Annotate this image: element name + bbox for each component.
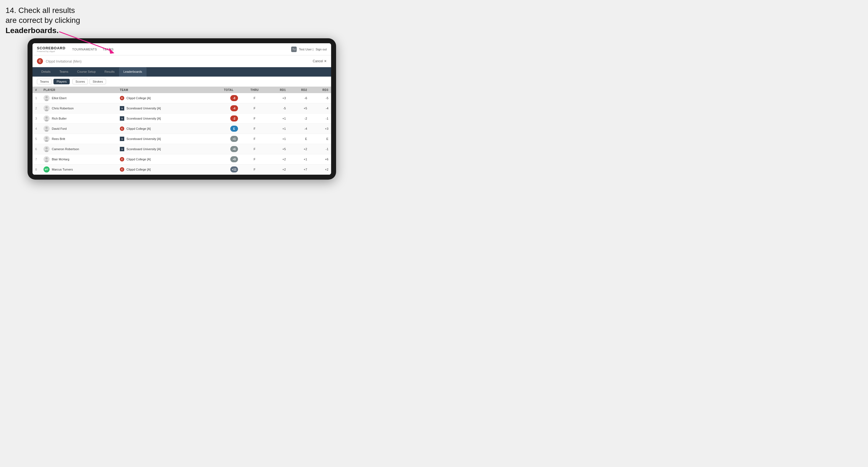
cell-rank: 6 (32, 144, 41, 154)
cell-rd1: +1 (267, 134, 288, 144)
cell-rd2: +7 (289, 164, 310, 175)
cell-thru: F (242, 124, 268, 134)
player-avatar (43, 126, 50, 132)
col-player: PLAYER (41, 87, 117, 93)
svg-point-6 (45, 106, 48, 108)
cell-thru: F (242, 144, 268, 154)
cell-rd1: +2 (267, 164, 288, 175)
cancel-button[interactable]: Cancel ✕ (313, 59, 327, 63)
player-name: Rees Britt (52, 137, 65, 141)
filter-teams[interactable]: Teams (37, 79, 52, 84)
cell-rd3: +2 (310, 164, 331, 175)
col-rd3: RD3 (310, 87, 331, 93)
team-name: Clippd College [A] (126, 127, 151, 130)
cell-total: -8 (204, 93, 242, 103)
cell-team: S Scoreboard University [A] (117, 103, 204, 114)
filter-bar: Teams Players Scores Strokes (32, 76, 331, 87)
cell-player: Rees Britt (41, 134, 117, 144)
cell-total: +1 (204, 134, 242, 144)
cell-team: C Clippd College [A] (117, 164, 204, 175)
col-total: TOTAL (204, 87, 242, 93)
cell-player: Elliot Ebert (41, 93, 117, 103)
logo-sub: Powered by clippd (37, 50, 66, 53)
cell-rd1: +2 (267, 154, 288, 164)
user-avatar: TU (291, 46, 297, 52)
cell-player: MT Marcus Turners (41, 164, 117, 175)
tab-course-setup[interactable]: Course Setup (73, 67, 100, 76)
cell-team: C Clippd College [A] (117, 154, 204, 164)
tab-results[interactable]: Results (100, 67, 119, 76)
svg-point-9 (45, 117, 48, 119)
score-badge: +6 (230, 146, 238, 152)
score-badge: -4 (230, 105, 238, 111)
cell-total: -4 (204, 103, 242, 114)
team-logo-s: S (120, 137, 124, 141)
cell-team: C Clippd College [A] (117, 93, 204, 103)
team-logo-c: C (120, 126, 124, 131)
tournament-logo: C (37, 58, 43, 64)
nav-tournaments[interactable]: TOURNAMENTS (72, 46, 97, 52)
cell-total: E (204, 124, 242, 134)
score-badge: +9 (230, 156, 238, 162)
team-name: Clippd College [A] (126, 158, 151, 161)
score-badge: -8 (230, 95, 238, 101)
table-row: 4 David Ford C Clippd College [A] E F (32, 124, 331, 134)
cell-thru: F (242, 164, 268, 175)
cell-rd1: +1 (267, 124, 288, 134)
instruction-line2: are correct by clicking (5, 16, 80, 25)
cell-rank: 5 (32, 134, 41, 144)
cell-rd3: -1 (310, 114, 331, 124)
cell-player: Cameron Robertson (41, 144, 117, 154)
nav-teams[interactable]: TEAMS (102, 46, 114, 52)
nav-right: TU Test User | Sign out (291, 46, 327, 52)
cell-thru: F (242, 114, 268, 124)
navbar: SCOREBOARD Powered by clippd TOURNAMENTS… (32, 43, 331, 55)
cell-rank: 1 (32, 93, 41, 103)
cell-player: Rich Butler (41, 114, 117, 124)
cell-team: S Scoreboard University [A] (117, 144, 204, 154)
signout-link[interactable]: Sign out (316, 48, 327, 51)
table-row: 2 Chris Robertson S Scoreboard Universit… (32, 103, 331, 114)
cell-player: Chris Robertson (41, 103, 117, 114)
team-name: Scoreboard University [A] (126, 106, 161, 110)
tab-teams[interactable]: Teams (55, 67, 73, 76)
col-thru: THRU (242, 87, 268, 93)
table-row: 7 Blair McHarg C Clippd College [A] +9 F (32, 154, 331, 164)
cell-thru: F (242, 134, 268, 144)
col-rd1: RD1 (267, 87, 288, 93)
player-name: Blair McHarg (52, 158, 69, 161)
team-name: Clippd College [A] (126, 96, 151, 100)
col-rd2: RD2 (289, 87, 310, 93)
team-logo-c: C (120, 157, 124, 161)
cell-team: C Clippd College [A] (117, 124, 204, 134)
page-wrapper: 14. Check all results are correct by cli… (5, 5, 336, 180)
cell-thru: F (242, 103, 268, 114)
svg-point-18 (45, 147, 48, 149)
cell-total: +6 (204, 144, 242, 154)
cell-thru: F (242, 93, 268, 103)
cell-player: David Ford (41, 124, 117, 134)
cell-rd2: -4 (289, 124, 310, 134)
cell-rd3: -1 (310, 144, 331, 154)
cell-rd3: +3 (310, 124, 331, 134)
svg-point-21 (45, 157, 48, 159)
instruction-line1: 14. Check all results (5, 6, 75, 14)
cell-rd2: +5 (289, 103, 310, 114)
player-name: Cameron Robertson (52, 147, 79, 151)
logo-text: SCOREBOARD (37, 46, 66, 50)
tablet-frame: SCOREBOARD Powered by clippd TOURNAMENTS… (28, 38, 336, 180)
tab-leaderboards[interactable]: Leaderboards (119, 67, 147, 76)
player-avatar: MT (43, 166, 50, 173)
team-name: Scoreboard University [A] (126, 137, 161, 141)
player-avatar (43, 95, 50, 101)
cell-team: S Scoreboard University [A] (117, 114, 204, 124)
player-name: Rich Butler (52, 117, 67, 120)
cell-total: +9 (204, 154, 242, 164)
cell-team: S Scoreboard University [A] (117, 134, 204, 144)
tab-details[interactable]: Details (37, 67, 55, 76)
filter-players[interactable]: Players (54, 79, 70, 84)
filter-strokes[interactable]: Strokes (90, 79, 106, 84)
score-badge: +1 (230, 136, 238, 142)
filter-scores[interactable]: Scores (72, 79, 88, 84)
cell-rank: 4 (32, 124, 41, 134)
